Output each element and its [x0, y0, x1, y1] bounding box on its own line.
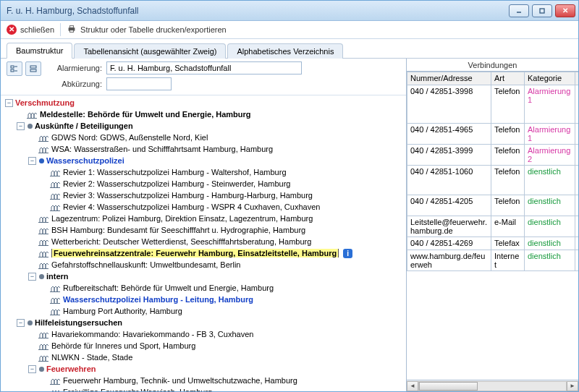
tree-node[interactable]: Rufbereitschaft: Behörde für Umwelt und … — [1, 282, 406, 294]
scroll-right-button[interactable]: ► — [567, 381, 578, 391]
tree-node[interactable]: GDWS Nord: GDWS, Außenstelle Nord, Kiel — [1, 132, 406, 143]
tree-node[interactable]: −Hilfeleistungsersuchen — [1, 317, 406, 328]
cell-art: Telefon — [491, 195, 525, 216]
expand-all-button[interactable] — [7, 61, 22, 76]
building-icon — [50, 284, 60, 292]
cell-address: 040 / 42851-4965 — [407, 124, 491, 145]
tree-label: Meldestelle: Behörde für Umwelt und Ener… — [40, 110, 251, 119]
connections-grid-wrap[interactable]: Nummer/Adresse Art Kategorie Bemerkung 0… — [407, 72, 578, 380]
cell-bemerkung: Geschäftsz... — [575, 195, 579, 216]
tree-node[interactable]: Freiwillige Feuerwehr Warwisch, Hamburg — [1, 386, 406, 391]
scroll-track[interactable] — [418, 381, 567, 391]
svg-rect-1 — [540, 9, 544, 13]
cell-bemerkung: BBE / VVT — [575, 237, 579, 250]
scroll-left-button[interactable]: ◄ — [407, 381, 418, 391]
col-kategorie[interactable]: Kategorie — [525, 72, 575, 85]
tree-node[interactable]: Lagezentrum: Polizei Hamburg, Direktion … — [1, 213, 406, 224]
tree-label: NLWKN - Stade, Stade — [51, 353, 132, 362]
tree-label: Wasserschutzpolizei Hamburg - Leitung, H… — [63, 295, 253, 304]
tree-label: Wasserschutzpolizei — [46, 156, 124, 165]
collapse-all-button[interactable] — [25, 61, 41, 76]
tree-label: Revier 1: Wasserschutzpolizei Hamburg - … — [63, 168, 287, 176]
cell-art: Telefon — [491, 145, 525, 166]
tree-node[interactable]: BSH Hamburg: Bundesamt für Seeschifffahr… — [1, 224, 406, 236]
tree-node[interactable]: Revier 3: Wasserschutzpolizei Hamburg - … — [1, 189, 406, 201]
info-icon[interactable]: i — [343, 249, 352, 258]
scroll-thumb[interactable] — [419, 382, 478, 391]
abk-label: Abkürzung: — [48, 80, 102, 88]
table-row[interactable]: 040 / 42851-3999TelefonAlarmierung 2 — [407, 145, 579, 166]
tree-node[interactable]: −Wasserschutzpolizei — [1, 155, 406, 166]
tree-toggle[interactable]: − — [28, 273, 36, 281]
col-art[interactable]: Art — [491, 72, 525, 85]
tree-node[interactable]: Hamburg Port Authority, Hamburg — [1, 305, 406, 317]
cell-kategorie: dienstlich — [525, 166, 575, 195]
tab-tabellenansicht[interactable]: Tabellenansicht (ausgewählter Zweig) — [74, 43, 226, 59]
cell-bemerkung: Schwerbrandmeister, Bettenvermittlung — [575, 85, 579, 124]
tab-baumstruktur[interactable]: Baumstruktur — [7, 43, 72, 59]
building-icon — [38, 342, 48, 350]
tree-node[interactable]: Wasserschutzpolizei Hamburg - Leitung, H… — [1, 294, 406, 305]
tree-label: Revier 4: Wasserschutzpolizei Hamburg - … — [63, 203, 320, 211]
tree-node[interactable]: Meldestelle: Behörde für Umwelt und Ener… — [1, 108, 406, 120]
svg-rect-4 — [69, 30, 73, 33]
tree-node[interactable]: Revier 2: Wasserschutzpolizei Hamburg - … — [1, 178, 406, 189]
tree-node[interactable]: Feuerwehreinsatzzentrale: Feuerwehr Hamb… — [1, 247, 406, 259]
building-icon — [50, 296, 60, 304]
cell-kategorie: dienstlich — [525, 237, 575, 250]
tree-label: BSH Hamburg: Bundesamt für Seeschifffahr… — [51, 226, 305, 234]
close-button[interactable]: ✕ schließen — [7, 25, 54, 35]
tree-node[interactable]: Behörde für Inneres und Sport, Hamburg — [1, 340, 406, 351]
table-row[interactable]: 040 / 42851-4205TelefondienstlichGeschäf… — [407, 195, 579, 216]
tree-label: Havariekommando: Havariekommando - FB 3,… — [51, 330, 253, 338]
h-scrollbar[interactable]: ◄ ► — [407, 380, 578, 391]
minimize-button[interactable] — [509, 4, 529, 17]
tree-node[interactable]: Wetterbericht: Deutscher Wetterdienst, S… — [1, 236, 406, 247]
table-row[interactable]: 040 / 42851-3998TelefonAlarmierung 1Schw… — [407, 85, 579, 124]
tree-node[interactable]: WSA: Wasserstraßen- und Schifffahrtsamt … — [1, 143, 406, 155]
tree-node[interactable]: Havariekommando: Havariekommando - FB 3,… — [1, 328, 406, 340]
tree-toggle[interactable]: − — [28, 365, 36, 373]
tree-node[interactable]: −Verschmutzung — [1, 97, 406, 108]
table-row[interactable]: 040 / 42851-1060TelefondienstlichLeiter … — [407, 166, 579, 195]
table-row[interactable]: Leitstelle@feuerwehr.hamburg.dee-Maildie… — [407, 216, 579, 237]
tree-label: Hamburg Port Authority, Hamburg — [63, 307, 182, 315]
building-icon — [38, 261, 48, 269]
tree-node[interactable]: Revier 1: Wasserschutzpolizei Hamburg - … — [1, 166, 406, 178]
cell-kategorie: dienstlich — [525, 250, 575, 271]
window-title: F. u. H. Hamburg, Schadstoffunfall — [7, 6, 509, 16]
tree-node[interactable]: −Auskünfte / Beteiligungen — [1, 120, 406, 132]
alarm-input[interactable] — [106, 61, 302, 74]
table-row[interactable]: 040 / 42851-4965TelefonAlarmierung 1BBE … — [407, 124, 579, 145]
tree-scroll[interactable]: −VerschmutzungMeldestelle: Behörde für U… — [1, 95, 406, 391]
tab-alphabetisches[interactable]: Alphabetisches Verzeichnis — [227, 43, 343, 59]
maximize-button[interactable] — [532, 4, 552, 17]
tree-toggle[interactable]: − — [17, 122, 25, 130]
tree-toggle[interactable]: − — [17, 319, 25, 327]
cell-bemerkung — [575, 250, 579, 271]
svg-rect-3 — [69, 26, 73, 28]
col-bemerkung[interactable]: Bemerkung — [575, 72, 579, 85]
tree-node[interactable]: NLWKN - Stade, Stade — [1, 351, 406, 363]
tree-node[interactable]: −Feuerwehren — [1, 363, 406, 375]
print-export-button[interactable]: Struktur oder Tabelle drucken/exportiere… — [67, 24, 227, 35]
building-icon — [50, 307, 60, 315]
close-window-button[interactable]: ✕ — [555, 4, 575, 17]
tree-node[interactable]: Feuerwehr Hamburg, Technik- und Umweltsc… — [1, 375, 406, 386]
cell-art: Internet — [491, 250, 525, 271]
tree-label: Verschmutzung — [15, 98, 75, 107]
tree-toggle[interactable]: − — [5, 99, 13, 107]
tree-toggle[interactable]: − — [28, 157, 36, 165]
col-nummer[interactable]: Nummer/Adresse — [407, 72, 491, 85]
cell-address: 040 / 42851-3998 — [407, 85, 491, 124]
svg-rect-6 — [11, 69, 14, 72]
table-row[interactable]: www.hamburg.de/feuerwehInternetdienstlic… — [407, 250, 579, 271]
tree-label: Wetterbericht: Deutscher Wetterdienst, S… — [51, 237, 311, 246]
abk-input[interactable] — [106, 77, 172, 90]
table-row[interactable]: 040 / 42851-4269TelefaxdienstlichBBE / V… — [407, 237, 579, 250]
tree-label: Behörde für Inneres und Sport, Hamburg — [51, 341, 195, 350]
cell-address: Leitstelle@feuerwehr.hamburg.de — [407, 216, 491, 237]
tree-node[interactable]: Gefahrstoffschnellauskunft: Umweltbundes… — [1, 259, 406, 270]
tree-node[interactable]: Revier 4: Wasserschutzpolizei Hamburg - … — [1, 201, 406, 213]
tree-node[interactable]: −intern — [1, 270, 406, 282]
